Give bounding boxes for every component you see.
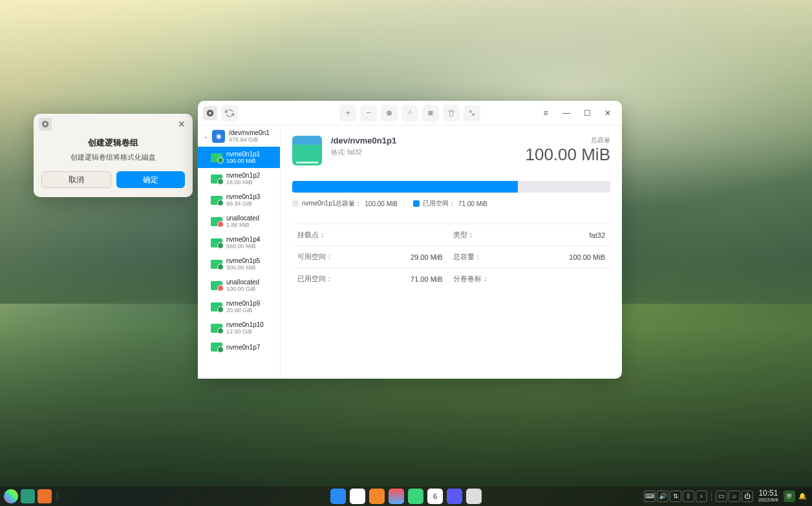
partition-name: nvme0n1p7 (226, 344, 260, 351)
mount-button[interactable] (422, 105, 439, 121)
partition-icon (211, 217, 222, 226)
partition-name: unallocated (226, 279, 259, 286)
app-icon (203, 106, 217, 120)
dock-app-store[interactable] (369, 489, 385, 504)
partition-name: unallocated (226, 215, 259, 222)
partition-size: 300.00 MiB (226, 264, 260, 271)
erase-button[interactable] (401, 105, 418, 121)
svg-point-3 (209, 112, 211, 114)
tray-search-icon[interactable]: ⌕ (729, 490, 740, 502)
tray-keyboard-icon[interactable]: ⌨ (644, 490, 656, 502)
window-close-button[interactable]: ✕ (599, 104, 617, 122)
volume-group-button[interactable] (464, 105, 480, 121)
dock-app-photos[interactable] (389, 489, 404, 504)
svg-point-1 (44, 123, 47, 125)
partition-item[interactable]: unallocated 100.00 GiB (198, 275, 280, 296)
partition-item[interactable]: nvme0n1p7 (198, 339, 280, 355)
partition-item[interactable]: nvme0n1p5 300.00 MiB (198, 253, 280, 275)
dock-app-2[interactable] (350, 489, 365, 504)
cancel-button[interactable]: 取消 (41, 171, 111, 188)
capacity-label: 总容量 (525, 136, 610, 145)
tray-chevron-icon[interactable]: › (696, 490, 707, 502)
multitask-icon[interactable] (21, 489, 35, 503)
window-minimize-button[interactable]: — (557, 104, 575, 122)
tray-bluetooth-icon[interactable]: ᛒ (683, 490, 694, 502)
launcher-icon[interactable] (4, 489, 18, 503)
device-path: /dev/nvme0n1p1 (331, 136, 516, 145)
usage-fill (292, 181, 518, 193)
toolbar: + − (339, 105, 480, 121)
used-label: 已用空间： (292, 268, 373, 290)
type-label: 类型： (448, 224, 529, 246)
partition-size: 1.86 MiB (226, 222, 259, 228)
delete-button[interactable] (443, 105, 460, 121)
partition-item[interactable]: nvme0n1p3 99.34 GiB (198, 189, 280, 211)
dialog-message: 创建逻辑卷组将格式化磁盘 (41, 153, 185, 162)
chevron-down-icon: ⌄ (203, 132, 208, 140)
svg-rect-5 (429, 111, 433, 115)
details-table: 挂载点： 类型： fat32 可用空间： 29.00 MiB 总容量： 100.… (292, 224, 610, 290)
partition-sidebar[interactable]: ⌄ ◉ /dev/nvme0n1 476.94 GiB nvme0n1p1 10… (198, 125, 281, 379)
ok-button[interactable]: 确定 (116, 171, 185, 188)
partition-name: nvme0n1p10 (226, 321, 264, 328)
grid-icon[interactable] (37, 489, 52, 503)
tray-folder-icon[interactable]: ▭ (716, 490, 727, 502)
partition-icon (211, 302, 222, 311)
close-icon[interactable]: ✕ (176, 118, 187, 130)
partition-item[interactable]: nvme0n1p9 20.00 GiB (198, 296, 280, 317)
disk-icon: ◉ (212, 130, 225, 143)
taskbar-clock[interactable]: 10:51 2022/6/6 (758, 489, 778, 503)
volume-label-value (529, 268, 610, 290)
partition-icon (211, 196, 222, 205)
disk-size: 476.94 GiB (229, 136, 270, 143)
partition-icon (211, 153, 222, 162)
partition-size: 100.00 GiB (226, 286, 259, 292)
type-value: fat32 (529, 224, 610, 246)
partition-item[interactable]: unallocated 1.86 MiB (198, 211, 280, 232)
tray-shield-icon[interactable]: ⛨ (784, 490, 795, 502)
disk-manager-window: + − ≡ — ☐ ✕ ⌄ ◉ /dev/nvme0n1 476.94 GiB (198, 101, 622, 379)
dock-app-settings[interactable] (447, 489, 462, 504)
partition-detail: /dev/nvme0n1p1 格式: fat32 总容量 100.00 MiB (281, 125, 622, 379)
disk-name: /dev/nvme0n1 (229, 129, 270, 136)
partition-item[interactable]: nvme0n1p2 16.00 MiB (198, 168, 280, 189)
partition-item[interactable]: nvme0n1p10 12.90 GiB (198, 317, 280, 339)
tray-network-icon[interactable]: ⇅ (670, 490, 681, 502)
svg-rect-6 (469, 111, 472, 113)
partition-name: nvme0n1p1 (226, 151, 260, 158)
window-maximize-button[interactable]: ☐ (578, 104, 596, 122)
total-label: 总容量： (448, 246, 529, 268)
usage-bar (292, 181, 610, 193)
partition-item[interactable]: nvme0n1p4 560.00 MiB (198, 232, 280, 253)
dock-app-music[interactable] (408, 489, 423, 504)
legend-total: nvme0n1p1总容量： 100.00 MiB (292, 199, 398, 208)
table-row: 挂载点： 类型： fat32 (292, 224, 610, 246)
menu-button[interactable]: ≡ (537, 104, 555, 122)
svg-point-4 (387, 111, 392, 116)
dock-app-1[interactable] (330, 489, 346, 504)
taskbar: 6 ⌨ 🔊 ⇅ ᛒ › ▭ ⌕ ⏻ 10:51 2022/6/6 ⛨ 🔔 (0, 487, 812, 506)
dock-app-diskmanager[interactable] (466, 489, 482, 504)
dialog-titlebar: ✕ (34, 114, 193, 134)
partition-name: nvme0n1p4 (226, 236, 260, 243)
partition-icon (211, 260, 222, 269)
avail-value: 29.00 MiB (373, 246, 447, 268)
capacity-value: 100.00 MiB (525, 145, 610, 165)
partition-size: 16.00 MiB (226, 179, 260, 185)
disk-header[interactable]: ⌄ ◉ /dev/nvme0n1 476.94 GiB (198, 125, 280, 147)
tray-power-icon[interactable]: ⏻ (742, 490, 753, 502)
svg-rect-7 (473, 113, 475, 116)
partition-icon (211, 174, 222, 184)
tray-volume-icon[interactable]: 🔊 (657, 490, 668, 502)
refresh-button[interactable] (221, 105, 238, 121)
partition-size: 100.00 MiB (226, 158, 260, 164)
dock: 6 (330, 489, 482, 504)
add-partition-button[interactable]: + (339, 105, 356, 121)
partition-name: nvme0n1p2 (226, 172, 260, 179)
remove-partition-button[interactable]: − (360, 105, 377, 121)
format-button[interactable] (381, 105, 398, 121)
tray-notification-icon[interactable]: 🔔 (796, 490, 808, 502)
dock-app-calendar[interactable]: 6 (427, 489, 443, 504)
partition-item[interactable]: nvme0n1p1 100.00 MiB (198, 147, 280, 168)
window-titlebar: + − ≡ — ☐ ✕ (198, 101, 622, 125)
